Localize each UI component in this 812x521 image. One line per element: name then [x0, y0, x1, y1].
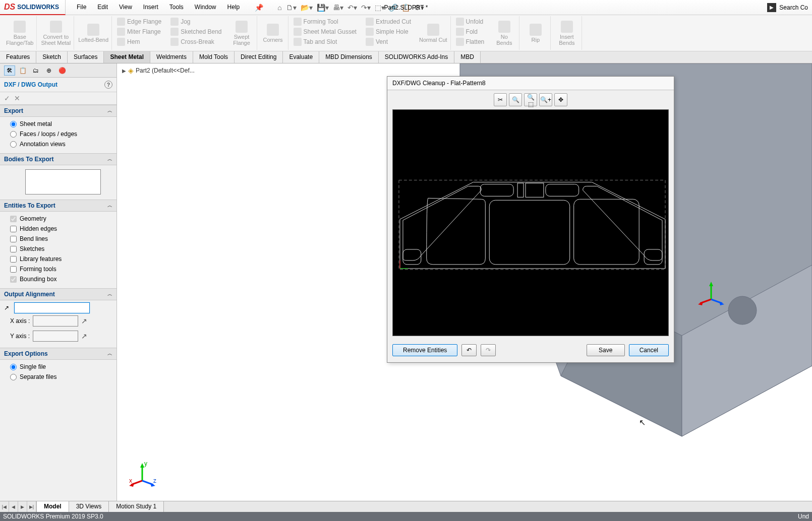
ribbon-sketched-bend[interactable]: Sketched Bend: [168, 27, 223, 36]
graphics-area[interactable]: S ▶ ◈ Part2 (Default<<Def... yxz DXF/DWG…: [117, 63, 812, 501]
zoom-area-icon[interactable]: 🔍⬚: [524, 93, 537, 106]
ribbon-base-flange[interactable]: BaseFlange/Tab: [3, 16, 37, 50]
ribbon-no-bends[interactable]: NoBends: [489, 16, 519, 50]
ribbon-corners[interactable]: Corners: [258, 16, 288, 50]
check-bend[interactable]: [10, 236, 17, 242]
breadcrumb[interactable]: ▶ ◈ Part2 (Default<<Def...: [122, 67, 195, 75]
entities-header[interactable]: Entities To Export︿: [0, 200, 117, 212]
search-icon[interactable]: ▶: [767, 3, 776, 12]
menu-help[interactable]: Help: [222, 2, 245, 14]
search-label[interactable]: Search Co: [779, 4, 808, 11]
tab-direct-editing[interactable]: Direct Editing: [235, 51, 283, 63]
ribbon-forming-tool[interactable]: Forming Tool: [292, 17, 359, 26]
ribbon-swept-flange[interactable]: SweptFlange: [227, 16, 257, 50]
configuration-icon[interactable]: 🗂: [30, 66, 41, 76]
tab-features[interactable]: Features: [0, 51, 36, 63]
dimxpert-icon[interactable]: ⊕: [43, 66, 54, 76]
cancel-icon[interactable]: ✕: [14, 94, 20, 102]
tab-sheet-metal[interactable]: Sheet Metal: [104, 51, 150, 63]
menu-view[interactable]: View: [114, 2, 137, 14]
input-yaxis[interactable]: [33, 331, 78, 342]
ribbon-cross-break[interactable]: Cross-Break: [168, 37, 223, 46]
property-manager-icon[interactable]: 📋: [17, 66, 28, 76]
ribbon-lofted[interactable]: Lofted-Bend: [75, 16, 112, 50]
undo-icon[interactable]: ↶▾: [347, 4, 357, 12]
alignment-selection[interactable]: [14, 302, 90, 313]
nav-last-icon[interactable]: ▶|: [27, 501, 36, 512]
ribbon-normal-cut[interactable]: Normal Cut: [416, 16, 451, 50]
ok-icon[interactable]: ✓: [4, 94, 10, 102]
menu-edit[interactable]: Edit: [92, 2, 113, 14]
tab-model[interactable]: Model: [37, 501, 69, 512]
export-header[interactable]: Export︿: [0, 105, 117, 117]
redo-button[interactable]: ↷: [481, 344, 496, 356]
nav-prev-icon[interactable]: ◀: [9, 501, 18, 512]
options-header[interactable]: Export Options︿: [0, 348, 117, 360]
ribbon-gusset[interactable]: Sheet Metal Gusset: [292, 27, 359, 36]
undo-button[interactable]: ↶: [461, 344, 477, 356]
ribbon-hem[interactable]: Hem: [115, 37, 163, 46]
print-icon[interactable]: 🖶▾: [333, 4, 343, 12]
flip-x-icon[interactable]: ↗: [81, 317, 87, 325]
ribbon-convert[interactable]: Convert toSheet Metal: [38, 16, 74, 50]
display-manager-icon[interactable]: 🔴: [56, 66, 68, 76]
check-sketches[interactable]: [10, 246, 17, 252]
ribbon-jog[interactable]: Jog: [168, 17, 223, 26]
open-icon[interactable]: 📂▾: [301, 4, 313, 12]
bodies-list[interactable]: [25, 169, 101, 194]
radio-faces[interactable]: [10, 131, 17, 138]
radio-annotation[interactable]: [10, 141, 17, 148]
ribbon-tab-slot[interactable]: Tab and Slot: [292, 37, 359, 46]
new-icon[interactable]: 🗋▾: [286, 4, 297, 12]
pin-icon[interactable]: 📌: [250, 2, 268, 14]
pan-icon[interactable]: ✥: [554, 93, 567, 106]
check-forming[interactable]: [10, 266, 17, 273]
ribbon-miter-flange[interactable]: Miter Flange: [115, 27, 163, 36]
zoom-fit-icon[interactable]: 🔍: [509, 93, 522, 106]
alignment-header[interactable]: Output Alignment︿: [0, 288, 117, 300]
save-icon[interactable]: 💾▾: [317, 4, 329, 12]
tab-weldments[interactable]: Weldments: [150, 51, 193, 63]
tab-3d-views[interactable]: 3D Views: [69, 501, 109, 512]
ribbon-flatten[interactable]: Flatten: [454, 37, 487, 46]
breadcrumb-arrow-icon[interactable]: ▶: [122, 68, 126, 74]
bodies-header[interactable]: Bodies To Export︿: [0, 153, 117, 165]
select-icon[interactable]: ⬚▾: [375, 4, 385, 12]
ribbon-rip[interactable]: Rip: [520, 16, 551, 50]
tab-mbd[interactable]: MBD: [454, 51, 481, 63]
nav-first-icon[interactable]: |◀: [0, 501, 9, 512]
zoom-in-icon[interactable]: 🔍+: [539, 93, 552, 106]
radio-single[interactable]: [10, 364, 17, 370]
input-xaxis[interactable]: [33, 315, 78, 327]
ribbon-extruded-cut[interactable]: Extruded Cut: [364, 17, 413, 26]
tab-sketch[interactable]: Sketch: [36, 51, 68, 63]
tab-evaluate[interactable]: Evaluate: [283, 51, 319, 63]
redo-icon[interactable]: ↷▾: [361, 4, 371, 12]
tab-motion-study[interactable]: Motion Study 1: [109, 501, 164, 512]
radio-separate[interactable]: [10, 374, 17, 380]
home-icon[interactable]: ⌂: [277, 4, 281, 12]
ribbon-unfold[interactable]: Unfold: [454, 17, 487, 26]
ribbon-simple-hole[interactable]: Simple Hole: [364, 27, 413, 36]
tab-addins[interactable]: SOLIDWORKS Add-Ins: [379, 51, 454, 63]
menu-file[interactable]: File: [72, 2, 91, 14]
ribbon-edge-flange[interactable]: Edge Flange: [115, 17, 163, 26]
cancel-button[interactable]: Cancel: [629, 344, 669, 356]
ribbon-vent[interactable]: Vent: [364, 37, 413, 46]
menu-insert[interactable]: Insert: [138, 2, 163, 14]
reference-triad[interactable]: [696, 279, 726, 309]
help-icon[interactable]: ?: [104, 81, 112, 89]
ribbon-fold[interactable]: Fold: [454, 27, 487, 36]
tab-mbd-dimensions[interactable]: MBD Dimensions: [319, 51, 379, 63]
check-library[interactable]: [10, 256, 17, 263]
box-select-icon[interactable]: ✂: [494, 93, 507, 106]
flip-y-icon[interactable]: ↗: [81, 332, 87, 340]
breadcrumb-text[interactable]: Part2 (Default<<Def...: [136, 67, 195, 74]
view-triad[interactable]: yxz: [127, 461, 157, 491]
tab-surfaces[interactable]: Surfaces: [68, 51, 104, 63]
dxf-preview[interactable]: [392, 109, 669, 336]
tab-mold-tools[interactable]: Mold Tools: [193, 51, 235, 63]
save-button[interactable]: Save: [587, 344, 625, 356]
menu-window[interactable]: Window: [190, 2, 221, 14]
nav-next-icon[interactable]: ▶: [18, 501, 27, 512]
